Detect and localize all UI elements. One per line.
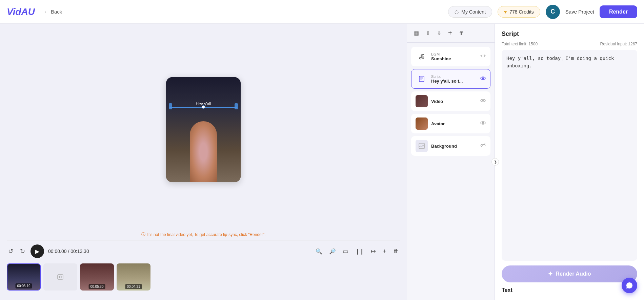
script-textarea[interactable] [502,50,637,261]
video-layer-thumb [416,95,428,107]
save-project-label: Save Project [565,9,594,15]
main-area: Hey y'all ⓘ It's not the final video yet… [0,24,644,300]
resize-handle-right[interactable] [235,103,238,109]
background-layer-name: Background [431,144,477,149]
video-mock: Hey y'all [166,77,241,182]
redo-button[interactable]: ↻ [19,246,26,256]
svg-point-1 [420,58,421,59]
move-layer-up-button[interactable]: ⇧ [424,28,431,38]
text-overlay-line [169,107,237,108]
thumb-time-1: 00:03.19 [16,283,32,288]
svg-point-11 [481,122,485,124]
collapse-panel-button[interactable]: ❯ [491,158,499,166]
script-meta: Total text limit: 1500 Residual input: 1… [502,42,637,46]
render-audio-label: Render Audio [556,271,591,277]
script-layer-icon [416,73,428,85]
text-section-title: Text [502,287,637,293]
time-total: 00:13.30 [71,249,89,254]
render-button[interactable]: Render [600,5,637,18]
volume-icon [480,53,486,59]
video-visibility-button[interactable] [480,98,486,105]
script-layer-type: Script [431,74,477,79]
script-layer-name: Hey y'all, so t... [431,79,477,84]
undo-button[interactable]: ↺ [7,246,15,256]
script-panel-title: Script [502,30,637,38]
credits-label: 778 Credits [509,9,534,15]
warning-text: It's not the final video yet, To get acc… [147,232,266,237]
sparkle-icon: ✦ [548,270,553,278]
move-layer-down-button[interactable]: ⇩ [436,28,443,38]
background-icon [418,143,425,149]
warning-icon: ⓘ [141,232,145,237]
fit-view-button[interactable]: ▭ [341,246,350,256]
avatar-layer-thumb [416,117,428,130]
script-visibility-button[interactable] [480,75,486,83]
video-preview-area: Hey y'all [7,30,400,229]
render-audio-button[interactable]: ✦ Render Audio [502,265,637,282]
total-limit-label: Total text limit: 1500 [502,42,538,46]
thumbnail-2[interactable]: 00:05.80 [80,263,114,291]
split-button[interactable]: ❙❙ [354,247,365,256]
video-layer-info: Video [431,99,477,104]
my-content-label: My Content [461,9,486,15]
svg-point-12 [482,122,484,124]
user-avatar-button[interactable]: C [546,5,560,19]
layer-bgm[interactable]: BGM Sunshine [411,47,490,66]
background-layer-icon [416,140,428,152]
layer-script[interactable]: Script Hey y'all, so t... [411,69,490,89]
back-chevron-icon: ← [44,9,49,15]
resize-handle-left[interactable] [169,103,172,109]
bgm-layer-icon [416,50,428,63]
timeline-controls: ↺ ↻ ▶ 00:00.00 / 00:13.30 🔍 🔎 ▭ ❙❙ ↦ + 🗑 [7,240,400,261]
credits-button[interactable]: ♥ 778 Credits [498,6,540,18]
add-layer-button[interactable]: + [447,28,454,38]
svg-point-2 [422,57,424,59]
extend-button[interactable]: ↦ [369,246,377,256]
time-display: 00:00.00 / 00:13.30 [48,249,89,254]
eye-icon-avatar [480,120,486,126]
video-frame: Hey y'all [166,77,241,182]
layer-background[interactable]: Background [411,136,490,156]
layer-toolbar: ▦ ⇧ ⇩ + 🗑 [407,24,495,43]
script-layer-info: Script Hey y'all, so t... [431,74,477,84]
bgm-layer-info: BGM Sunshine [431,52,477,61]
avatar-visibility-button[interactable] [480,120,486,127]
heart-icon: ♥ [504,9,507,15]
text-overlay-content: Hey y'all [196,102,211,106]
avatar-letter: C [550,8,555,15]
music-note-icon [418,53,425,60]
back-button[interactable]: ← Back [44,9,62,15]
layer-avatar[interactable]: Avatar [411,114,490,133]
copy-layer-button[interactable]: ▦ [412,28,420,38]
svg-point-8 [482,78,484,79]
zoom-in-button[interactable]: 🔎 [328,247,337,256]
thumbnails-strip: 00:03.19 00:05.80 00:04.31 [7,261,400,293]
left-panel: Hey y'all ⓘ It's not the final video yet… [0,24,407,300]
thumb-time-3: 00:04.31 [125,284,142,289]
delete-clip-button[interactable]: 🗑 [392,247,400,256]
thumbnail-placeholder[interactable] [43,263,77,291]
time-current: 00:00.00 [48,249,67,254]
chat-support-button[interactable] [622,278,637,293]
thumbnail-1[interactable]: 00:03.19 [7,263,41,291]
video-person-bg [166,77,241,182]
save-project-button[interactable]: Save Project [565,9,594,15]
avatar-layer-name: Avatar [431,121,477,126]
back-label: Back [51,9,62,15]
eye-icon-video [480,98,486,104]
my-content-button[interactable]: ◌ My Content [448,6,492,18]
chat-icon [626,282,633,289]
add-clip-button[interactable]: + [381,247,388,256]
bgm-visibility-button[interactable] [480,53,486,60]
video-layer-name: Video [431,99,477,104]
thumbnail-3[interactable]: 00:04.31 [117,263,150,291]
svg-point-9 [481,99,485,102]
play-button[interactable]: ▶ [31,244,44,258]
background-visibility-button[interactable] [480,142,486,150]
zoom-out-button[interactable]: 🔍 [314,247,324,256]
delete-layer-button[interactable]: 🗑 [458,29,466,38]
script-panel: Script Total text limit: 1500 Residual i… [495,24,644,300]
svg-point-10 [482,100,484,101]
svg-point-7 [481,77,485,80]
layer-video[interactable]: Video [411,91,490,111]
